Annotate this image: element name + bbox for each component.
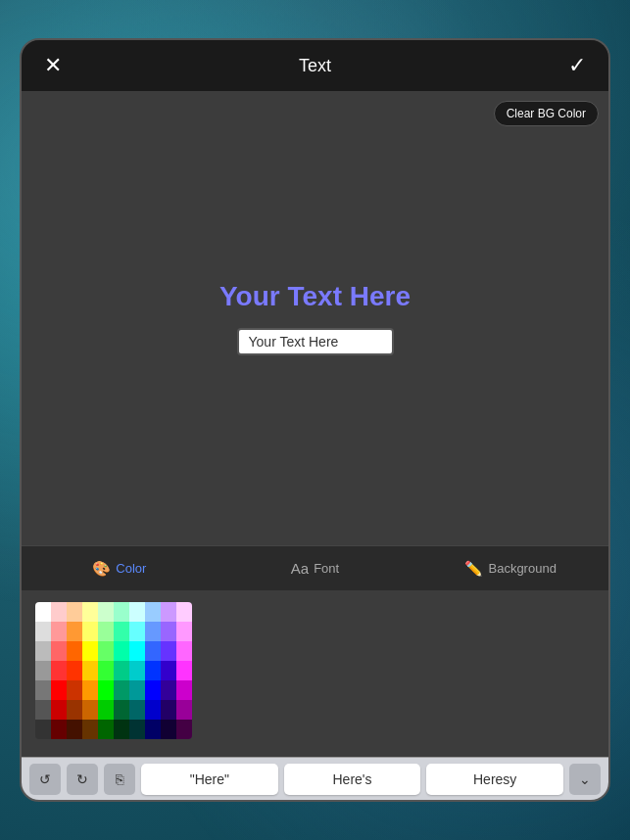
color-swatch[interactable]: [145, 700, 161, 720]
color-swatch[interactable]: [129, 680, 145, 700]
tab-background[interactable]: ✏️ Background: [412, 546, 608, 590]
redo-icon: ↻: [76, 771, 88, 787]
color-swatch[interactable]: [176, 602, 192, 622]
expand-icon: ⌄: [579, 771, 591, 787]
text-input[interactable]: [237, 328, 394, 355]
color-swatch[interactable]: [51, 680, 67, 700]
color-swatch[interactable]: [35, 622, 51, 641]
color-swatch[interactable]: [145, 661, 161, 680]
color-swatch[interactable]: [67, 720, 82, 739]
color-swatch[interactable]: [114, 680, 129, 700]
color-swatch[interactable]: [129, 661, 145, 680]
color-swatch[interactable]: [98, 700, 114, 720]
color-swatch[interactable]: [67, 661, 82, 680]
color-swatch[interactable]: [82, 720, 98, 739]
font-icon: Aa: [291, 560, 309, 577]
color-swatch[interactable]: [176, 661, 192, 680]
color-swatch[interactable]: [161, 700, 176, 720]
color-swatch[interactable]: [114, 641, 129, 661]
color-swatch[interactable]: [176, 680, 192, 700]
color-swatch[interactable]: [114, 602, 129, 622]
color-swatch[interactable]: [129, 720, 145, 739]
confirm-button[interactable]: ✓: [561, 50, 593, 81]
palette-panel: [22, 590, 608, 757]
color-swatch[interactable]: [161, 661, 176, 680]
color-swatch[interactable]: [82, 661, 98, 680]
color-swatch[interactable]: [35, 720, 51, 739]
color-swatch[interactable]: [82, 641, 98, 661]
color-swatch[interactable]: [82, 602, 98, 622]
color-swatch[interactable]: [161, 680, 176, 700]
color-swatch[interactable]: [129, 700, 145, 720]
color-swatch[interactable]: [98, 622, 114, 641]
suggestion-here-quoted[interactable]: "Here": [141, 764, 278, 795]
color-swatch[interactable]: [98, 661, 114, 680]
color-swatch[interactable]: [176, 641, 192, 661]
color-swatch[interactable]: [35, 680, 51, 700]
page-title: Text: [299, 56, 331, 76]
color-swatch[interactable]: [51, 700, 67, 720]
color-swatch[interactable]: [35, 700, 51, 720]
color-swatch[interactable]: [129, 641, 145, 661]
background-icon: ✏️: [464, 560, 483, 578]
tab-background-label: Background: [488, 561, 556, 576]
toolbar-tabs: 🎨 Color Aa Font ✏️ Background: [22, 545, 608, 590]
color-swatch[interactable]: [51, 661, 67, 680]
color-swatch[interactable]: [67, 700, 82, 720]
color-swatch[interactable]: [67, 641, 82, 661]
color-swatch[interactable]: [176, 720, 192, 739]
color-swatch[interactable]: [67, 622, 82, 641]
suggestion-heresy[interactable]: Heresy: [426, 764, 563, 795]
color-swatch[interactable]: [145, 622, 161, 641]
color-swatch[interactable]: [114, 622, 129, 641]
color-grid: [35, 602, 192, 739]
color-swatch[interactable]: [98, 680, 114, 700]
color-swatch[interactable]: [129, 622, 145, 641]
color-swatch[interactable]: [35, 661, 51, 680]
tab-color[interactable]: 🎨 Color: [22, 546, 218, 590]
color-swatch[interactable]: [67, 602, 82, 622]
color-swatch[interactable]: [176, 700, 192, 720]
app-window: ✕ Text ✓ Clear BG Color Your Text Here 🎨…: [20, 38, 610, 802]
color-swatch[interactable]: [114, 700, 129, 720]
color-swatch[interactable]: [98, 720, 114, 739]
keyboard-bar: ↺ ↻ ⎘ "Here" Here's Heresy ⌄: [22, 757, 608, 800]
color-swatch[interactable]: [51, 641, 67, 661]
canvas-area: Clear BG Color Your Text Here: [22, 91, 608, 545]
color-swatch[interactable]: [98, 602, 114, 622]
clipboard-button[interactable]: ⎘: [104, 764, 135, 795]
close-button[interactable]: ✕: [37, 50, 69, 81]
color-swatch[interactable]: [82, 680, 98, 700]
color-swatch[interactable]: [161, 622, 176, 641]
title-bar: ✕ Text ✓: [22, 40, 608, 91]
tab-color-label: Color: [116, 561, 146, 576]
color-swatch[interactable]: [145, 720, 161, 739]
color-swatch[interactable]: [51, 622, 67, 641]
color-swatch[interactable]: [161, 720, 176, 739]
color-swatch[interactable]: [82, 700, 98, 720]
color-swatch[interactable]: [161, 641, 176, 661]
color-swatch[interactable]: [114, 720, 129, 739]
color-swatch[interactable]: [129, 602, 145, 622]
undo-button[interactable]: ↺: [29, 764, 61, 795]
color-swatch[interactable]: [176, 622, 192, 641]
suggestion-heres[interactable]: Here's: [284, 764, 421, 795]
color-swatch[interactable]: [35, 602, 51, 622]
color-swatch[interactable]: [145, 602, 161, 622]
clear-bg-button[interactable]: Clear BG Color: [494, 101, 599, 126]
color-swatch[interactable]: [67, 680, 82, 700]
expand-keyboard-button[interactable]: ⌄: [569, 764, 601, 795]
color-swatch[interactable]: [114, 661, 129, 680]
color-swatch[interactable]: [35, 641, 51, 661]
color-swatch[interactable]: [98, 641, 114, 661]
undo-icon: ↺: [39, 771, 51, 787]
color-swatch[interactable]: [51, 602, 67, 622]
color-swatch[interactable]: [161, 602, 176, 622]
redo-button[interactable]: ↻: [67, 764, 98, 795]
color-swatch[interactable]: [51, 720, 67, 739]
color-icon: 🎨: [92, 560, 111, 578]
color-swatch[interactable]: [82, 622, 98, 641]
color-swatch[interactable]: [145, 641, 161, 661]
color-swatch[interactable]: [145, 680, 161, 700]
tab-font[interactable]: Aa Font: [218, 546, 413, 590]
